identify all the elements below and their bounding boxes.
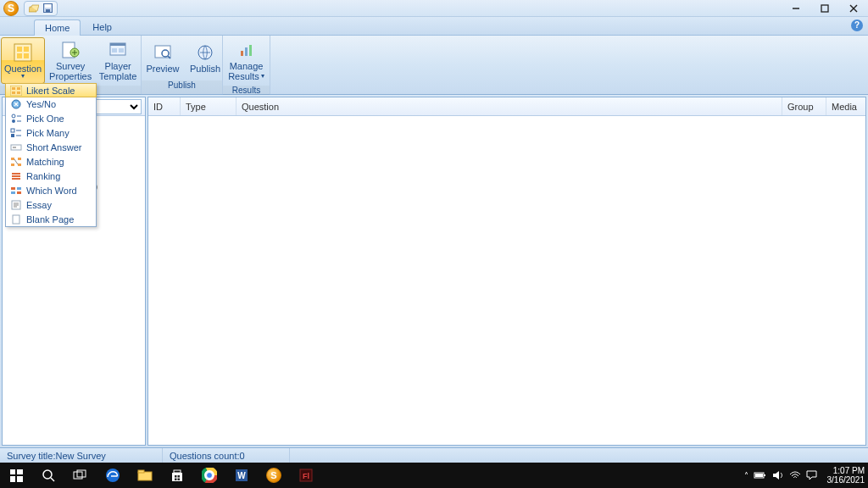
manage-results-button[interactable]: Manage Results▾ <box>224 37 269 84</box>
svg-rect-81 <box>175 479 177 481</box>
taskbar-left: W S Fl <box>0 463 322 488</box>
whichword-icon <box>9 185 23 197</box>
publish-label: Publish <box>190 64 220 74</box>
svg-rect-25 <box>10 86 22 96</box>
ribbon-group-title-publish: Publish <box>142 80 222 94</box>
menu-item-essay[interactable]: Essay <box>6 197 96 212</box>
svg-rect-4 <box>821 5 828 12</box>
svg-rect-10 <box>17 53 22 58</box>
svg-rect-8 <box>17 47 22 52</box>
svg-point-70 <box>43 470 52 479</box>
question-icon <box>13 42 33 63</box>
ribbon-group-results: Manage Results▾ Results <box>223 36 270 94</box>
tray-chevron-icon[interactable]: ˄ <box>744 471 748 480</box>
tab-home[interactable]: Home <box>34 19 81 36</box>
start-button[interactable] <box>0 463 32 488</box>
svg-rect-94 <box>755 474 763 477</box>
taskbar: W S Fl ˄ 1:07 PM 3/16/2021 <box>0 463 868 488</box>
svg-point-31 <box>12 114 15 118</box>
preview-button[interactable]: Preview <box>142 37 183 79</box>
svg-rect-11 <box>24 53 29 58</box>
save-icon[interactable] <box>42 3 53 14</box>
svg-rect-2 <box>46 9 50 12</box>
svg-rect-52 <box>17 191 21 194</box>
survey-properties-button[interactable]: Survey Properties <box>47 37 94 84</box>
essay-icon <box>9 199 23 211</box>
help-icon[interactable]: ? <box>851 19 863 31</box>
manage-results-label-2: Results <box>228 71 259 81</box>
file-explorer-icon[interactable] <box>129 463 161 488</box>
tray-clock[interactable]: 1:07 PM 3/16/2021 <box>822 466 865 485</box>
col-question[interactable]: Question <box>236 97 782 115</box>
svg-rect-51 <box>11 191 15 194</box>
menu-item-blank-page[interactable]: Blank Page <box>6 212 96 226</box>
template-icon <box>108 40 128 60</box>
grid-header: ID Type Question Group Media <box>148 97 865 116</box>
menu-item-pick-many[interactable]: Pick Many <box>6 125 96 140</box>
menu-item-matching[interactable]: Matching <box>6 154 96 169</box>
tray-volume-icon[interactable] <box>772 470 784 480</box>
menu-item-short-answer[interactable]: Short Answer <box>6 140 96 154</box>
open-icon[interactable] <box>28 3 40 14</box>
preview-label: Preview <box>146 64 179 74</box>
col-id[interactable]: ID <box>148 97 181 115</box>
svg-rect-73 <box>77 470 86 477</box>
svg-rect-29 <box>17 92 20 94</box>
tab-help[interactable]: Help <box>82 19 122 35</box>
store-icon[interactable] <box>161 463 193 488</box>
menu-item-ranking[interactable]: Ranking <box>6 169 96 183</box>
col-type[interactable]: Type <box>181 97 236 115</box>
search-icon[interactable] <box>32 463 64 488</box>
maximize-button[interactable] <box>810 0 839 17</box>
status-title: Survey title: New Survey <box>0 448 163 463</box>
menu-item-yes-no[interactable]: Yes/No <box>6 97 96 111</box>
close-button[interactable] <box>839 0 868 17</box>
ranking-icon <box>9 170 23 182</box>
svg-line-71 <box>51 478 54 481</box>
player-template-label-2: Template <box>99 71 137 81</box>
tray-wifi-icon[interactable] <box>789 470 801 480</box>
tray-action-center-icon[interactable] <box>806 470 817 480</box>
app-icon-letter: S <box>8 3 14 14</box>
statusbar: Survey title: New Survey Questions count… <box>0 447 868 463</box>
pickone-icon <box>9 113 23 125</box>
minimize-button[interactable] <box>782 0 810 17</box>
svg-rect-24 <box>249 45 252 56</box>
svg-rect-42 <box>18 158 21 160</box>
player-template-button[interactable]: Player Template <box>96 37 140 84</box>
chevron-down-icon: ▾ <box>261 74 264 79</box>
svg-rect-26 <box>12 87 15 90</box>
tray-battery-icon[interactable] <box>754 471 767 480</box>
svg-rect-66 <box>10 469 15 474</box>
col-group[interactable]: Group <box>782 97 826 115</box>
svg-rect-36 <box>11 134 14 137</box>
chrome-icon[interactable] <box>193 463 225 488</box>
question-button[interactable]: Question ▾ <box>1 37 45 84</box>
edge-icon[interactable] <box>97 463 129 488</box>
svg-rect-41 <box>11 158 14 160</box>
word-icon[interactable]: W <box>225 463 258 488</box>
titlebar: S <box>0 0 868 17</box>
menu-item-which-word[interactable]: Which Word <box>6 183 96 197</box>
ribbon: Question ▾ Survey Properties Player Temp… <box>0 36 868 95</box>
svg-rect-82 <box>178 479 181 481</box>
svg-rect-50 <box>17 187 21 190</box>
svg-rect-9 <box>24 47 29 52</box>
svg-text:Fl: Fl <box>303 472 309 480</box>
flash-icon[interactable]: Fl <box>290 463 322 488</box>
titlebar-left: S <box>0 1 58 16</box>
task-view-icon[interactable] <box>64 463 97 488</box>
grid-body <box>148 116 865 445</box>
svg-rect-43 <box>11 164 14 166</box>
svg-rect-79 <box>175 475 177 478</box>
svg-point-87 <box>207 473 213 479</box>
app-icon[interactable]: S <box>3 1 19 16</box>
menu-item-likert-scale[interactable]: Likert Scale <box>5 83 97 97</box>
app-taskbar-icon[interactable]: S <box>258 463 290 488</box>
publish-button[interactable]: Publish <box>185 37 225 79</box>
svg-rect-69 <box>17 476 23 482</box>
col-media[interactable]: Media <box>826 97 865 115</box>
workspace: ) Which Word (0) Essay (0) Blank Page (0… <box>0 95 868 447</box>
menu-item-pick-one[interactable]: Pick One <box>6 111 96 125</box>
svg-rect-17 <box>119 48 124 53</box>
